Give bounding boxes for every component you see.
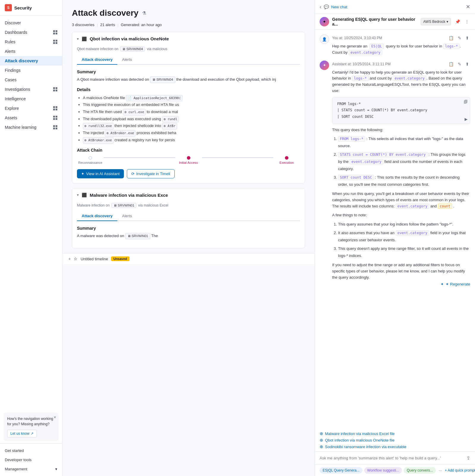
sidebar-item-attack-discovery[interactable]: Attack discovery: [0, 56, 62, 66]
sidebar-item-rules[interactable]: Rules: [0, 37, 62, 47]
copy-code-button[interactable]: 🗐: [464, 100, 468, 104]
inline-code: event.category: [349, 50, 382, 55]
close-icon[interactable]: ✕: [466, 4, 470, 10]
regenerate-button[interactable]: ✦ ✦ Regenerate: [441, 282, 470, 286]
logo-icon: S: [5, 4, 12, 11]
list-item: The downloaded payload was executed usin…: [83, 115, 300, 123]
close-icon[interactable]: ×: [54, 415, 56, 420]
new-chat-button[interactable]: New chat: [331, 5, 347, 9]
prompt-chip-query[interactable]: Query convers...: [404, 467, 436, 474]
divider: |: [117, 23, 118, 27]
tab-alerts[interactable]: Alerts: [117, 55, 137, 65]
user-message: 👤 You at: 10/25/2024, 3:10:43 PM 📋 ✎ ⬆ H…: [320, 34, 470, 56]
explanation-list: FROM logs-* : This selects all indices t…: [332, 135, 470, 188]
share-icon[interactable]: ⬆: [464, 34, 470, 42]
discovery-title: Malware infection via malicious Exce: [90, 193, 168, 198]
more-prompts-button[interactable]: ···: [438, 467, 443, 474]
sidebar-item-assets[interactable]: Assets: [0, 113, 62, 123]
grid-icon: [53, 116, 57, 120]
inline-code: STATS count = COUNT(*) BY event.category: [338, 152, 427, 157]
prompt-chip-workflow[interactable]: Workflow suggesti...: [364, 467, 402, 474]
timeline-name[interactable]: Untitled timeline: [81, 257, 108, 261]
sidebar-item-intelligence[interactable]: Intelligence: [0, 94, 62, 104]
assistant-logo: ✦: [320, 17, 329, 26]
back-button[interactable]: ‹: [320, 4, 321, 10]
suggestion-label: Qbot infection via malicious OneNote fil…: [325, 438, 394, 442]
ai-icon: ✦: [81, 172, 84, 176]
proc-tag: ⚙ AtBroker.exe: [83, 137, 113, 144]
tab-attack-discovery[interactable]: Attack discovery: [77, 55, 117, 65]
timeline-footer: + ☆ Untitled timeline Unsaved: [62, 253, 315, 264]
server-name: SRVWIN01: [118, 204, 134, 207]
investigate-timeline-button[interactable]: ⟳ Investigate in Timeli: [127, 169, 175, 178]
sidebar-item-explore[interactable]: Explore: [0, 104, 62, 113]
sidebar-item-label: Dashboards: [5, 30, 27, 35]
copy-icon[interactable]: 📋: [447, 34, 455, 42]
more-icon[interactable]: ⋮: [464, 18, 470, 25]
discovery-header[interactable]: ▾ ⬛ Qbot infection via malicious OneNote: [72, 32, 305, 45]
tab-alerts[interactable]: Alerts: [117, 211, 137, 221]
chat-input[interactable]: [320, 456, 466, 460]
sidebar-item-alerts[interactable]: Alerts: [0, 47, 62, 56]
inline-code: event.category: [393, 76, 426, 81]
sidebar-item-label: Rules: [5, 39, 15, 44]
star-icon: ☆: [74, 256, 78, 261]
chat-bubble-icon: 💬: [324, 4, 329, 9]
subtitle-prefix: Qbot malware infection on: [77, 47, 118, 51]
prompt-chip-esql[interactable]: ES|QL Query Genera...: [320, 467, 362, 474]
tab-attack-discovery[interactable]: Attack discovery: [77, 211, 117, 221]
sidebar-item-findings[interactable]: Findings: [0, 66, 62, 75]
summary-text: A Qbot malware infection was detected on…: [77, 77, 300, 83]
discovery-card-malware: ▾ ⬛ Malware infection via malicious Exce…: [72, 188, 305, 249]
cmd-tag: ⚙ rundll32.exe: [83, 123, 113, 129]
server-tag: 🖥 SRVWIN04: [120, 47, 145, 51]
bar-chart-icon: ⬛: [82, 193, 87, 197]
edit-icon[interactable]: ✎: [457, 34, 463, 42]
view-ai-assistant-button[interactable]: ✦ View in AI Assistant: [77, 169, 124, 178]
subtitle-prefix: Malware infection on: [77, 203, 110, 207]
sidebar-item-investigations[interactable]: Investigations: [0, 85, 62, 94]
summary-title: Summary: [77, 69, 300, 74]
sidebar-item-dashboards[interactable]: Dashboards: [0, 28, 62, 37]
chevron-down-icon: ▾: [55, 467, 57, 471]
chain-label: Reconnaissance: [78, 161, 102, 164]
sidebar-item-developer-tools[interactable]: Developer tools: [0, 455, 62, 464]
file-tag: 📄 ApplicationReject_68390(: [126, 95, 182, 101]
discovery-header[interactable]: ▾ ⬛ Malware infection via malicious Exce: [72, 188, 305, 202]
run-code-button[interactable]: ▶: [465, 117, 468, 121]
message-meta: You at: 10/25/2024, 3:10:43 PM 📋 ✎ ⬆: [332, 34, 470, 42]
suggestion-list: ⊕ Malware infection via malicious Excel …: [315, 431, 475, 451]
chat-actions: 📌 ⋮: [454, 18, 470, 25]
chain-line: [104, 157, 175, 158]
suggestion-item[interactable]: ⊕ Qbot infection via malicious OneNote f…: [320, 438, 470, 442]
assistant-avatar: ✦: [320, 61, 329, 70]
aws-bedrock-button[interactable]: AWS Bedrock ▾: [421, 18, 451, 25]
assistant-message: ✦ Assistant at: 10/25/2024, 3:11:11 PM 📋…: [320, 61, 470, 288]
discoveries-count: 3 discoveries: [72, 23, 94, 27]
let-us-know-button[interactable]: Let us know ↗: [7, 430, 37, 437]
sidebar-item-get-started[interactable]: Get started: [0, 446, 62, 455]
edit-icon[interactable]: ✎: [457, 61, 463, 68]
add-quick-prompt-button[interactable]: + Add quick prompt...: [445, 468, 475, 472]
grid-icon: [53, 125, 57, 129]
send-button[interactable]: ⇪: [466, 455, 470, 461]
grid-icon: [53, 106, 57, 110]
chevron-icon: ▾: [77, 37, 79, 41]
sidebar-item-label: Investigations: [5, 87, 30, 92]
sparkle-icon: ✦: [441, 282, 444, 286]
sidebar-item-cases[interactable]: Cases: [0, 75, 62, 85]
sidebar-item-label: Get started: [5, 448, 24, 453]
suggestion-item[interactable]: ⊕ Sodinokibi ransomware infection via ex…: [320, 444, 470, 449]
sidebar-item-management[interactable]: Management ▾: [0, 464, 62, 474]
share-icon[interactable]: ⬆: [464, 61, 470, 68]
server-name: SRVWIN04: [126, 47, 143, 51]
sidebar-item-label: Findings: [5, 68, 20, 73]
pin-icon[interactable]: 📌: [454, 18, 461, 25]
sidebar-item-label: Alerts: [5, 49, 15, 54]
sidebar-item-discover[interactable]: Discover: [0, 18, 62, 28]
sidebar-item-machine-learning[interactable]: Machine learning: [0, 123, 62, 132]
chevron-down-icon: ▾: [446, 20, 448, 24]
suggestion-item[interactable]: ⊕ Malware infection via malicious Excel …: [320, 431, 470, 436]
sidebar-item-label: Developer tools: [5, 458, 31, 462]
copy-icon[interactable]: 📋: [447, 61, 455, 68]
